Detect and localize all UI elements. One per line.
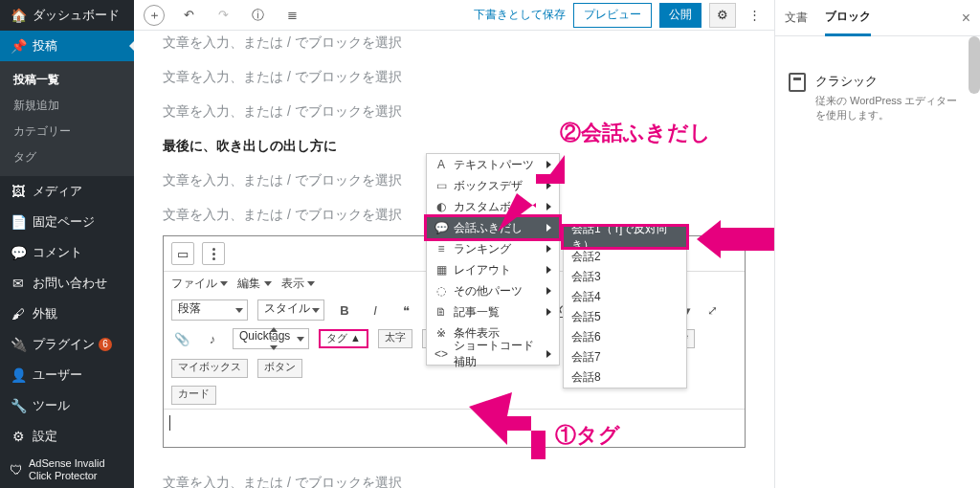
classic-menu-edit[interactable]: 編集 (237, 276, 271, 292)
tag-menu-item-others[interactable]: ◌その他パーツ (427, 280, 559, 301)
dottedcircle-icon: ◌ (434, 284, 448, 298)
sidebar-item-pages[interactable]: 📄 固定ページ (0, 207, 134, 237)
sidebar-item-dashboard[interactable]: 🏠 ダッシュボード (0, 0, 134, 31)
comment-icon: 💬 (10, 245, 27, 260)
settings-gear-button[interactable]: ⚙ (709, 3, 736, 28)
halfcircle-icon: ◐ (434, 200, 448, 213)
block-placeholder[interactable]: 文章を入力、または / でブロックを選択 (163, 31, 774, 52)
kaiwa-option-8[interactable]: 会話8 (564, 367, 686, 388)
sidebar-item-comments[interactable]: 💬 コメント (0, 237, 134, 268)
bold-icon[interactable]: B (334, 299, 355, 321)
inspector-tab-block[interactable]: ブロック (825, 0, 871, 36)
kaiwa-option-5[interactable]: 会話5 (564, 307, 686, 327)
sidebar-item-label: メディア (33, 183, 82, 200)
svg-marker-2 (469, 392, 546, 459)
classic-menu-view[interactable]: 表示 (281, 276, 315, 292)
move-down-icon[interactable] (270, 345, 278, 350)
sidebar-sub-categories[interactable]: カテゴリー (0, 119, 134, 144)
sidebar-sub-posts-all[interactable]: 投稿一覧 (0, 67, 134, 93)
sidebar-item-settings[interactable]: ⚙ 設定 (0, 421, 134, 452)
drag-handle-icon[interactable] (271, 336, 277, 342)
classic-menu-file[interactable]: ファイル (171, 276, 228, 292)
chevron-right-icon (546, 266, 551, 274)
sidebar-item-label: 設定 (33, 428, 57, 445)
tag-menu-item-ranking[interactable]: ≡ランキング (427, 238, 559, 259)
add-block-button[interactable]: ＋ (144, 5, 165, 26)
sidebar-item-label: お問い合わせ (33, 275, 107, 292)
sidebar-item-adsense[interactable]: 🛡 AdSense Invalid Click Protector (0, 452, 134, 488)
kaiwa-option-1[interactable]: 会話1（ r]で反対向き） (564, 227, 686, 247)
sidebar-sub-posts-new[interactable]: 新規追加 (0, 93, 134, 119)
grid-icon: ▦ (434, 263, 448, 277)
kaiwa-submenu: 会話1（ r]で反対向き） 会話2 会話3 会話4 会話5 会話6 会話7 会話… (563, 226, 687, 388)
pin-icon: 📌 (10, 38, 27, 54)
classic-style-select[interactable]: スタイル (257, 299, 324, 321)
qt-button-button[interactable]: ボタン (257, 359, 302, 378)
asterisk-icon: ※ (434, 326, 448, 340)
gauge-icon: 🏠 (10, 8, 27, 23)
info-button[interactable]: ⓘ (247, 5, 268, 26)
inspector-tab-document[interactable]: 文書 (785, 0, 808, 36)
kaiwa-option-7[interactable]: 会話7 (564, 347, 686, 367)
sidebar-sub-tags[interactable]: タグ (0, 144, 134, 170)
sidebar-item-contact[interactable]: ✉ お問い合わせ (0, 268, 134, 299)
inspector-close-button[interactable]: × (962, 10, 970, 27)
text-line[interactable]: 最後に、吹き出しの出し方に (163, 121, 774, 155)
code-icon: <> (434, 347, 448, 361)
classic-content-area[interactable] (164, 409, 745, 447)
kaiwa-option-6[interactable]: 会話6 (564, 327, 686, 347)
sidebar-item-tools[interactable]: 🔧 ツール (0, 390, 134, 421)
tag-menu-item-postlist[interactable]: 🗎記事一覧 (427, 301, 559, 322)
tag-menu-item-layout[interactable]: ▦レイアウト (427, 259, 559, 280)
classic-format-select[interactable]: 段落 (171, 299, 248, 321)
outline-button[interactable]: ≣ (281, 5, 302, 26)
tag-menu-item-shortcode[interactable]: <>ショートコード補助 (427, 344, 559, 365)
plugins-update-badge: 6 (99, 338, 112, 351)
qt-card-button[interactable]: カード (171, 386, 216, 405)
box-icon: ▭ (434, 179, 448, 192)
classic-block-icon (789, 73, 806, 92)
classic-block-icon-button[interactable]: ▭ (171, 242, 194, 265)
inspector-scrollbar[interactable] (969, 36, 980, 94)
music-icon[interactable]: ♪ (202, 328, 223, 349)
sidebar-item-users[interactable]: 👤 ユーザー (0, 360, 134, 390)
sidebar-item-label: 固定ページ (33, 213, 95, 231)
editor-main: ＋ ↶ ↷ ⓘ ≣ 下書きとして保存 プレビュー 公開 ⚙ ⋮ 文章を入力、また… (134, 0, 774, 488)
publish-button[interactable]: 公開 (659, 3, 702, 28)
sidebar-item-posts[interactable]: 📌 投稿 (0, 31, 134, 61)
quote-icon[interactable]: ❝ (395, 299, 416, 321)
preview-button[interactable]: プレビュー (573, 3, 652, 28)
move-up-icon[interactable] (270, 327, 278, 332)
block-placeholder[interactable]: 文章を入力、または / でブロックを選択 (163, 86, 774, 121)
redo-button[interactable]: ↷ (212, 5, 234, 26)
inspector-block-desc: 従来の WordPress エディターを使用します。 (815, 94, 967, 122)
block-mover[interactable] (266, 327, 281, 350)
sidebar-item-media[interactable]: 🖼 メディア (0, 176, 134, 207)
italic-icon[interactable]: I (365, 299, 386, 321)
block-inspector: 文書 ブロック × クラシック 従来の WordPress エディターを使用しま… (774, 0, 980, 488)
block-placeholder[interactable]: 文章を入力、または / でブロックを選択 (163, 52, 774, 86)
text-icon: A (434, 158, 448, 171)
sidebar-item-appearance[interactable]: 🖌 外観 (0, 299, 134, 329)
kaiwa-option-3[interactable]: 会話3 (564, 267, 686, 287)
expand-icon[interactable]: ⤢ (702, 299, 723, 321)
qt-bold-button[interactable]: 太字 (378, 329, 412, 348)
sidebar-item-label: ユーザー (33, 366, 82, 384)
save-draft-link[interactable]: 下書きとして保存 (474, 7, 566, 23)
kebab-menu-button[interactable]: ⋮ (744, 5, 765, 26)
sidebar-item-label: コメント (33, 244, 82, 261)
sidebar-item-label: 投稿 (33, 37, 57, 55)
editor-canvas: 文章を入力、または / でブロックを選択 文章を入力、または / でブロックを選… (134, 31, 774, 488)
clip-icon[interactable]: 📎 (171, 328, 192, 349)
qt-mybox-button[interactable]: マイボックス (171, 359, 248, 378)
tag-dropdown-button[interactable]: タグ ▲ (319, 329, 368, 348)
sidebar-item-plugins[interactable]: 🔌 プラグイン 6 (0, 329, 134, 360)
kaiwa-option-4[interactable]: 会話4 (564, 287, 686, 307)
svg-marker-1 (697, 220, 774, 258)
sidebar-item-label: 外観 (33, 305, 57, 322)
plug-icon: 🔌 (10, 337, 27, 352)
undo-button[interactable]: ↶ (178, 5, 199, 26)
classic-block-more-button[interactable] (202, 242, 225, 265)
shield-icon: 🛡 (10, 462, 23, 477)
text-caret (169, 415, 170, 431)
